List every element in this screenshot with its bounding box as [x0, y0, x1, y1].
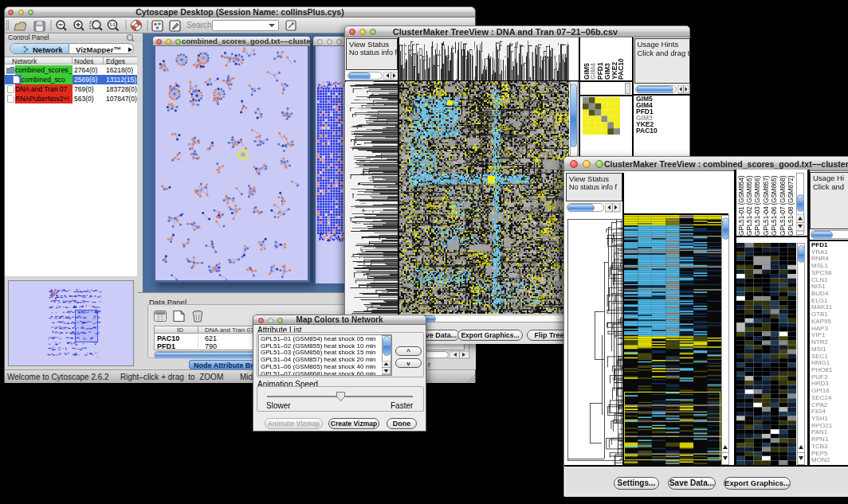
svg-text:1:1: 1:1	[109, 22, 115, 27]
